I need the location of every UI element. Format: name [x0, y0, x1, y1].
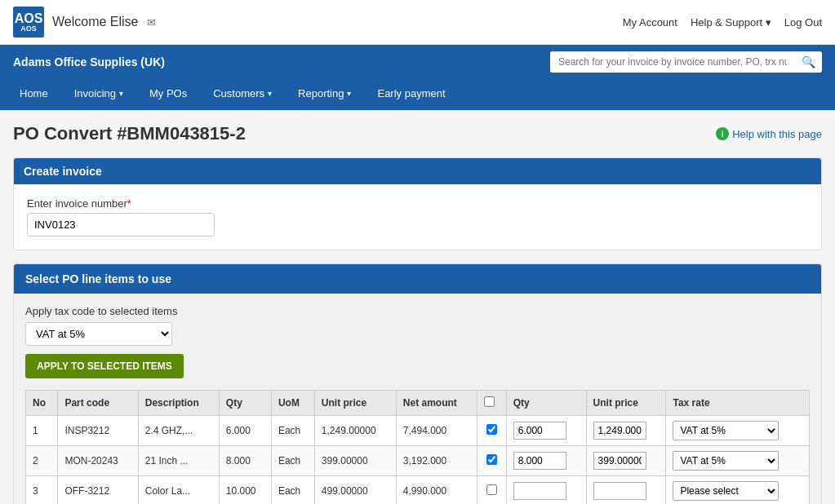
cell-edit-unit-price[interactable] — [586, 416, 666, 446]
cell-uom: Each — [271, 416, 314, 446]
help-icon: i — [716, 127, 729, 140]
welcome-text: Welcome Elise — [52, 15, 139, 29]
row-checkbox-3[interactable] — [486, 484, 497, 495]
cell-edit-qty[interactable] — [506, 416, 586, 446]
col-part-code: Part code — [58, 391, 138, 416]
cell-part-code: INSP3212 — [58, 416, 138, 446]
cell-part-code: MON-20243 — [58, 446, 138, 476]
nav-invoicing[interactable]: Invoicing ▾ — [61, 79, 136, 110]
col-edit-unit-price: Unit price — [586, 391, 666, 416]
top-bar: AOS AOS Welcome Elise ✉ My Account Help … — [0, 0, 835, 45]
col-edit-qty: Qty — [506, 391, 586, 416]
col-description: Description — [138, 391, 219, 416]
cell-checkbox[interactable] — [477, 446, 506, 476]
edit-unit-price-input-2[interactable] — [593, 452, 646, 470]
cell-no: 2 — [26, 446, 58, 476]
reporting-arrow-icon: ▾ — [347, 89, 351, 98]
cell-edit-qty[interactable] — [506, 476, 586, 505]
cell-qty: 10.000 — [219, 476, 271, 505]
nav-early-payment[interactable]: Early payment — [364, 79, 458, 110]
tax-rate-select-1[interactable]: VAT at 5%VAT at 20%No VATPlease select — [673, 421, 779, 440]
cell-net-amount: 7,494.000 — [396, 416, 477, 446]
col-no: No — [26, 391, 58, 416]
edit-qty-input-2[interactable] — [513, 452, 566, 470]
invoice-number-input[interactable] — [27, 213, 215, 237]
tax-code-label: Apply tax code to selected items — [25, 305, 810, 317]
row-checkbox-2[interactable] — [486, 454, 497, 465]
select-all-checkbox[interactable] — [484, 396, 495, 407]
cell-edit-qty[interactable] — [506, 446, 586, 476]
table-header-row: No Part code Description Qty UoM Unit pr… — [26, 391, 810, 416]
col-unit-price: Unit price — [314, 391, 396, 416]
cell-net-amount: 3,192.000 — [396, 446, 477, 476]
cell-description: 2.4 GHZ,... — [138, 416, 219, 446]
tax-rate-select-2[interactable]: VAT at 5%VAT at 20%No VATPlease select — [673, 451, 779, 471]
search-wrapper: 🔍 — [550, 51, 822, 73]
help-link[interactable]: i Help with this page — [716, 127, 822, 140]
po-line-items-table: No Part code Description Qty UoM Unit pr… — [25, 390, 810, 504]
page-title-row: PO Convert #BMM043815-2 i Help with this… — [13, 123, 822, 144]
cell-description: Color La... — [138, 476, 219, 505]
cell-description: 21 Inch ... — [138, 446, 219, 476]
my-account-link[interactable]: My Account — [623, 16, 677, 29]
select-po-card: Select PO line items to use Apply tax co… — [13, 263, 822, 504]
col-net-amount: Net amount — [396, 391, 477, 416]
create-invoice-body: Enter invoice number* — [14, 184, 821, 250]
logo-text-bottom: AOS — [20, 25, 37, 33]
top-links: My Account Help & Support ▾ Log Out — [623, 16, 822, 29]
cell-unit-price: 1,249.00000 — [314, 416, 396, 446]
create-invoice-header: Create invoice — [14, 158, 821, 184]
edit-unit-price-input-3[interactable] — [593, 482, 646, 500]
cell-qty: 6.000 — [219, 416, 271, 446]
cell-net-amount: 4,990.000 — [396, 476, 477, 505]
edit-unit-price-input-1[interactable] — [593, 422, 646, 440]
table-row: 3OFF-3212Color La...10.000Each499.000004… — [26, 476, 810, 505]
cell-tax-rate[interactable]: VAT at 5%VAT at 20%No VATPlease select — [666, 446, 810, 476]
cell-part-code: OFF-3212 — [58, 476, 138, 505]
cell-tax-rate[interactable]: VAT at 5%VAT at 20%No VATPlease select — [666, 416, 810, 446]
company-name: Adams Office Supplies (UK) — [13, 55, 165, 69]
cell-no: 3 — [26, 476, 58, 505]
apply-to-selected-button[interactable]: APPLY TO SELECTED ITEMS — [25, 354, 184, 378]
select-po-header: Select PO line items to use — [14, 264, 821, 294]
cell-tax-rate[interactable]: VAT at 5%VAT at 20%No VATPlease select — [666, 476, 810, 505]
cell-unit-price: 499.00000 — [314, 476, 396, 505]
select-po-body: Apply tax code to selected items VAT at … — [14, 294, 821, 504]
cell-checkbox[interactable] — [477, 416, 506, 446]
search-bar: Adams Office Supplies (UK) 🔍 — [0, 45, 835, 79]
nav-my-pos[interactable]: My POs — [136, 79, 200, 110]
table-row: 2MON-2024321 Inch ...8.000Each399.000003… — [26, 446, 810, 476]
nav-home[interactable]: Home — [7, 79, 61, 110]
edit-qty-input-1[interactable] — [513, 422, 566, 440]
required-marker: * — [127, 197, 131, 210]
search-button[interactable]: 🔍 — [795, 51, 822, 73]
tax-code-select[interactable]: VAT at 5%VAT at 20%No VATPlease select — [25, 322, 172, 346]
logout-link[interactable]: Log Out — [784, 16, 822, 29]
table-body: 1INSP32122.4 GHZ,...6.000Each1,249.00000… — [26, 416, 810, 505]
cell-uom: Each — [271, 476, 314, 505]
cell-checkbox[interactable] — [477, 476, 506, 505]
edit-qty-input-3[interactable] — [513, 482, 566, 500]
content-area: PO Convert #BMM043815-2 i Help with this… — [0, 110, 835, 504]
logo-area: AOS AOS Welcome Elise ✉ — [13, 7, 156, 38]
invoice-number-label: Enter invoice number* — [27, 197, 808, 210]
cell-uom: Each — [271, 446, 314, 476]
help-support-link[interactable]: Help & Support ▾ — [691, 16, 771, 29]
tax-rate-select-3[interactable]: VAT at 5%VAT at 20%No VATPlease select — [673, 481, 779, 501]
logo-text-top: AOS — [15, 12, 43, 25]
table-row: 1INSP32122.4 GHZ,...6.000Each1,249.00000… — [26, 416, 810, 446]
cell-edit-unit-price[interactable] — [586, 476, 666, 505]
nav-bar: Home Invoicing ▾ My POs Customers ▾ Repo… — [0, 79, 835, 110]
nav-customers[interactable]: Customers ▾ — [200, 79, 285, 110]
search-input[interactable] — [550, 52, 795, 72]
row-checkbox-1[interactable] — [486, 424, 497, 435]
create-invoice-card: Create invoice Enter invoice number* — [13, 157, 822, 250]
nav-reporting[interactable]: Reporting ▾ — [285, 79, 364, 110]
cell-unit-price: 399.00000 — [314, 446, 396, 476]
help-arrow-icon: ▾ — [766, 16, 771, 29]
invoicing-arrow-icon: ▾ — [119, 89, 123, 98]
col-checkbox-header — [477, 391, 506, 416]
cell-edit-unit-price[interactable] — [586, 446, 666, 476]
cell-qty: 8.000 — [219, 446, 271, 476]
page-title: PO Convert #BMM043815-2 — [13, 123, 246, 144]
